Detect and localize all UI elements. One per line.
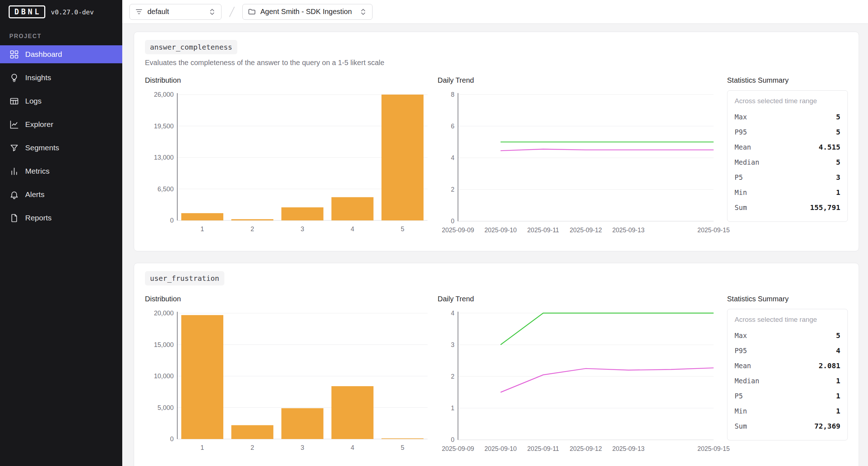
svg-text:2025-09-11: 2025-09-11 xyxy=(527,227,559,234)
svg-text:20,000: 20,000 xyxy=(154,310,174,317)
bell-icon xyxy=(9,190,19,200)
stat-value: 1 xyxy=(836,392,840,400)
project-section-label: PROJECT xyxy=(0,24,122,45)
stat-value: 5 xyxy=(836,128,840,136)
svg-text:2025-09-13: 2025-09-13 xyxy=(612,227,645,234)
stat-value: 4.515 xyxy=(819,143,840,151)
sidebar-item-logs[interactable]: Logs xyxy=(0,92,122,110)
sidebar-item-alerts[interactable]: Alerts xyxy=(0,186,122,204)
svg-text:2025-09-13: 2025-09-13 xyxy=(612,445,645,452)
svg-text:13,000: 13,000 xyxy=(154,154,174,161)
svg-text:2025-09-09: 2025-09-09 xyxy=(442,227,474,234)
stat-label: Median xyxy=(735,377,759,385)
statistics-section: Statistics Summary Across selected time … xyxy=(727,295,848,457)
section-title-daily-trend: Daily Trend xyxy=(438,295,722,303)
svg-text:2025-09-10: 2025-09-10 xyxy=(484,227,517,234)
logo-row: DBNL v0.27.0-dev xyxy=(0,0,122,24)
svg-text:2025-09-15: 2025-09-15 xyxy=(698,227,730,234)
project-select-value: Agent Smith - SDK Ingestion xyxy=(260,8,355,16)
stat-value: 5 xyxy=(836,331,840,340)
stat-value: 5 xyxy=(836,113,840,121)
sidebar-item-label: Logs xyxy=(25,97,42,105)
statistics-section: Statistics Summary Across selected time … xyxy=(727,76,848,239)
svg-text:1: 1 xyxy=(201,444,204,451)
stat-row: Mean2.081 xyxy=(735,358,840,373)
svg-text:2025-09-12: 2025-09-12 xyxy=(570,227,602,234)
sidebar-item-label: Alerts xyxy=(25,190,45,199)
stats-rows: Max5P955Mean4.515Median5P53Min1Sum155,79… xyxy=(735,109,840,215)
stat-value: 72,369 xyxy=(814,422,840,430)
stat-value: 3 xyxy=(836,173,840,182)
svg-text:19,500: 19,500 xyxy=(154,123,174,130)
svg-text:5: 5 xyxy=(401,444,404,451)
sidebar-item-reports[interactable]: Reports xyxy=(0,209,122,227)
svg-text:1: 1 xyxy=(451,405,454,412)
tag-select[interactable]: default xyxy=(129,4,221,20)
divider-slash-icon xyxy=(227,5,237,19)
section-title-statistics: Statistics Summary xyxy=(727,76,848,84)
stat-label: P95 xyxy=(735,128,747,136)
metric-name-badge: user_frustration xyxy=(145,271,224,285)
sidebar-item-explorer[interactable]: Explorer xyxy=(0,115,122,133)
lightbulb-icon xyxy=(9,73,19,83)
project-select[interactable]: Agent Smith - SDK Ingestion xyxy=(242,4,373,20)
stat-value: 1 xyxy=(836,188,840,197)
stat-label: Min xyxy=(735,188,747,196)
stat-label: P95 xyxy=(735,347,747,355)
section-title-distribution: Distribution xyxy=(145,295,433,303)
stat-label: Median xyxy=(735,158,759,166)
svg-text:2025-09-15: 2025-09-15 xyxy=(698,445,730,452)
daily-trend-section: Daily Trend 012342025-09-092025-09-10202… xyxy=(438,295,722,457)
stat-value: 4 xyxy=(836,346,840,355)
filter-icon xyxy=(135,8,143,16)
dbnl-logo: DBNL xyxy=(9,5,45,18)
svg-text:2025-09-09: 2025-09-09 xyxy=(442,445,474,452)
section-title-statistics: Statistics Summary xyxy=(727,295,848,303)
stat-value: 1 xyxy=(836,376,840,385)
svg-text:1: 1 xyxy=(201,225,204,233)
svg-text:4: 4 xyxy=(451,154,454,161)
document-icon xyxy=(9,213,19,223)
statistics-summary-box: Across selected time range Max5P955Mean4… xyxy=(727,90,848,222)
svg-text:4: 4 xyxy=(451,310,454,317)
folder-icon xyxy=(248,8,256,16)
stat-label: Mean xyxy=(735,362,751,370)
svg-text:5: 5 xyxy=(401,225,404,233)
sidebar-item-dashboard[interactable]: Dashboard xyxy=(0,45,122,63)
svg-text:2025-09-10: 2025-09-10 xyxy=(484,445,517,452)
chevron-up-down-icon xyxy=(359,8,367,16)
stat-row: Mean4.515 xyxy=(735,140,840,155)
svg-text:0: 0 xyxy=(170,435,174,443)
sidebar-item-label: Dashboard xyxy=(25,50,62,59)
svg-text:2: 2 xyxy=(451,373,454,380)
svg-text:4: 4 xyxy=(351,225,354,233)
topbar: default Agent Smith - SDK Ingestion xyxy=(122,0,868,24)
stat-row: Median1 xyxy=(735,373,840,388)
svg-text:5,000: 5,000 xyxy=(157,404,174,411)
stat-label: Max xyxy=(735,113,747,121)
svg-text:2025-09-12: 2025-09-12 xyxy=(570,445,602,452)
stat-label: Min xyxy=(735,407,747,415)
stat-row: Max5 xyxy=(735,109,840,124)
stat-row: P954 xyxy=(735,343,840,358)
sidebar-item-segments[interactable]: Segments xyxy=(0,139,122,157)
daily-trend-line-chart: 012342025-09-092025-09-102025-09-112025-… xyxy=(438,308,722,457)
stats-note: Across selected time range xyxy=(735,316,840,324)
bar-chart-icon xyxy=(9,166,19,176)
svg-text:2025-09-11: 2025-09-11 xyxy=(527,445,559,452)
svg-text:2: 2 xyxy=(451,186,454,193)
sidebar-item-label: Metrics xyxy=(25,167,50,175)
stat-row: Min1 xyxy=(735,403,840,419)
stats-rows: Max5P954Mean2.081Median1P51Min1Sum72,369 xyxy=(735,328,840,434)
svg-text:6: 6 xyxy=(451,123,454,130)
metric-card-answer-completeness: answer_completeness Evaluates the comple… xyxy=(134,32,859,251)
section-title-daily-trend: Daily Trend xyxy=(438,76,722,84)
dashboard-grid-icon xyxy=(9,50,19,59)
section-title-distribution: Distribution xyxy=(145,76,433,84)
stat-value: 5 xyxy=(836,158,840,166)
sidebar-item-metrics[interactable]: Metrics xyxy=(0,162,122,180)
sidebar-item-insights[interactable]: Insights xyxy=(0,69,122,87)
stat-value: 2.081 xyxy=(819,361,840,370)
stat-row: Sum72,369 xyxy=(735,419,840,434)
stat-row: Min1 xyxy=(735,185,840,200)
